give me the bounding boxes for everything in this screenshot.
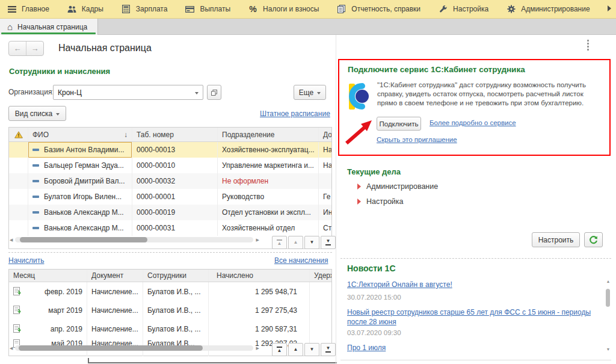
window-edge <box>88 362 337 363</box>
forward-button[interactable]: → <box>26 42 43 55</box>
configure-button[interactable]: Настроить <box>532 232 580 247</box>
column-header-document[interactable]: Документ <box>87 270 143 282</box>
service-details-link[interactable]: Более подробно о сервисе <box>430 119 516 126</box>
accruals-hscrollbar[interactable]: ◀ ▶ <box>10 345 265 351</box>
employee-icon <box>32 164 39 167</box>
posted-document-icon <box>13 306 21 315</box>
employee-row[interactable]: Бальцер Герман Эдуа... 0000-00010 Управл… <box>9 158 331 173</box>
refresh-icon <box>589 235 598 244</box>
scroll-right-icon[interactable]: ▶ <box>256 238 259 242</box>
org-input[interactable]: Крон-Ц <box>53 85 203 100</box>
column-header-employees[interactable]: Сотрудники <box>143 270 209 282</box>
scroll-down-icon[interactable]: ▼ <box>605 347 612 351</box>
employee-icon <box>32 211 39 214</box>
scroll-thumb[interactable] <box>19 345 203 351</box>
employee-row[interactable]: Булатов Игорь Вилен... 0000-00001 Руково… <box>9 189 331 205</box>
accrue-link[interactable]: Начислить <box>8 256 44 265</box>
tab-home-page[interactable]: ⌂ Начальная страница <box>0 19 98 35</box>
accrual-row[interactable]: февр. 2019 Начисление... Булатов И.В., .… <box>9 282 331 301</box>
active-tab-underline <box>1 32 96 34</box>
scroll-thumb[interactable] <box>606 289 610 307</box>
page-down-button[interactable]: ▼ <box>304 236 319 249</box>
column-header-tab-num[interactable]: Таб. номер <box>132 128 218 141</box>
hide-invitation-link[interactable]: Скрыть это приглашение <box>377 136 457 143</box>
scroll-left-icon[interactable]: ◀ <box>10 346 13 350</box>
org-open-button[interactable] <box>207 85 221 100</box>
scroll-thumb[interactable] <box>20 237 147 242</box>
go-first-button[interactable]: ▲ <box>272 236 287 249</box>
home-icon: ⌂ <box>7 22 13 31</box>
column-header-fio[interactable]: ФИО ↓ <box>28 128 132 141</box>
page-up-button[interactable]: ▲ <box>288 236 303 249</box>
main-menubar: Главное Кадры Зарплата Выплаты % Налоги … <box>0 0 616 19</box>
employee-row[interactable]: Боровой Дмитрий Вал... 0000-00032 Не офо… <box>9 173 331 189</box>
page-up-button[interactable]: ▲ <box>288 343 303 356</box>
column-header-position[interactable]: До <box>319 128 331 141</box>
more-actions-button[interactable]: Еще <box>294 85 326 100</box>
news-vscrollbar[interactable]: ▲ ▼ <box>605 279 612 351</box>
refresh-button[interactable] <box>584 232 603 247</box>
todo-item-administration[interactable]: Администрирование <box>357 182 438 191</box>
go-first-button[interactable]: ▲ <box>272 343 287 356</box>
menu-label: Налоги и взносы <box>263 5 319 13</box>
menu-item-salary[interactable]: Зарплата <box>122 5 168 14</box>
sort-desc-icon: ↓ <box>124 131 128 139</box>
accrual-row[interactable]: апр. 2019 Начисление... Булатов И.В., ..… <box>9 319 331 338</box>
news-pane-border <box>340 360 611 360</box>
column-header-month[interactable]: Месяц <box>9 270 87 282</box>
red-triangle-icon <box>357 184 361 190</box>
wrench-icon <box>439 5 448 14</box>
todo-item-settings[interactable]: Настройка <box>357 197 404 206</box>
employee-icon <box>32 227 39 229</box>
employee-row[interactable]: Базин Антон Владими... 0000-00013 Хозяйс… <box>9 142 331 158</box>
column-header-withheld[interactable]: Удержан <box>310 270 331 282</box>
page-title: Начальная страница <box>58 43 152 54</box>
page-down-button[interactable]: ▼ <box>304 343 319 356</box>
menu-item-reports[interactable]: Отчетность, справки <box>337 5 420 14</box>
menu-item-taxes[interactable]: % Налоги и взносы <box>248 5 319 14</box>
staffing-link[interactable]: Штатное расписание <box>260 110 330 118</box>
view-list-label: Вид списка <box>15 110 52 118</box>
gear-icon <box>507 5 516 14</box>
tabbar: ⌂ Начальная страница <box>0 19 616 35</box>
accrual-row[interactable]: март 2019 Начисление... Булатов И.В., ..… <box>9 301 331 319</box>
more-menu-icon[interactable] <box>587 40 589 51</box>
menu-label: Зарплата <box>136 5 168 13</box>
news-link[interactable]: Про 1 июля <box>347 344 386 352</box>
menu-item-payments[interactable]: Выплаты <box>185 5 230 14</box>
news-heading: Новости 1С <box>347 264 396 273</box>
menu-item-main[interactable]: Главное <box>7 5 49 14</box>
employee-row[interactable]: Ваньков Александр М... 0000-00019 Отдел … <box>9 205 331 220</box>
menu-item-settings[interactable]: Настройка <box>439 5 488 14</box>
news-link[interactable]: Новый реестр сотрудников старше 65 лет д… <box>347 307 602 327</box>
back-button[interactable]: ← <box>9 42 26 55</box>
menu-item-administration[interactable]: Администрирование <box>507 5 590 14</box>
history-nav: ← → <box>8 41 44 56</box>
scroll-left-icon[interactable]: ◀ <box>10 238 13 242</box>
all-accruals-link[interactable]: Все начисления <box>274 256 328 265</box>
connect-button[interactable]: Подключить <box>377 117 421 131</box>
employees-hscrollbar[interactable]: ◀ ▶ <box>10 237 265 242</box>
warning-icon <box>14 131 23 138</box>
accruals-table-header: Месяц Документ Сотрудники Начислено Удер… <box>9 270 331 282</box>
menu-label: Выплаты <box>200 5 230 13</box>
scroll-right-icon[interactable]: ▶ <box>256 346 259 350</box>
invite-body: "1С:Кабинет сотрудника" даст сотруднику … <box>377 81 599 108</box>
column-header-dept[interactable]: Подразделение <box>218 128 319 141</box>
window-edge <box>88 358 89 363</box>
warning-column-header[interactable] <box>9 128 28 141</box>
go-last-button[interactable]: ▼ <box>321 343 336 356</box>
menu-item-hr[interactable]: Кадры <box>67 5 103 14</box>
chevron-down-icon[interactable] <box>191 85 203 99</box>
menubar-overflow-arrow-icon[interactable] <box>608 5 611 11</box>
column-header-accrued[interactable]: Начислено <box>209 270 310 282</box>
view-list-button[interactable]: Вид списка <box>8 106 66 121</box>
menu-label: Администрирование <box>521 5 590 13</box>
card-icon <box>185 5 194 14</box>
employee-icon <box>32 180 39 182</box>
scroll-up-icon[interactable]: ▲ <box>605 279 612 283</box>
employee-row[interactable]: Ваньков Александр М... 0000-00031 Хозяйс… <box>9 220 331 236</box>
news-link[interactable]: 1С:Лекторий Онлайн в августе! <box>347 280 452 289</box>
posted-document-icon <box>13 287 21 296</box>
go-last-button[interactable]: ▼ <box>321 236 336 249</box>
